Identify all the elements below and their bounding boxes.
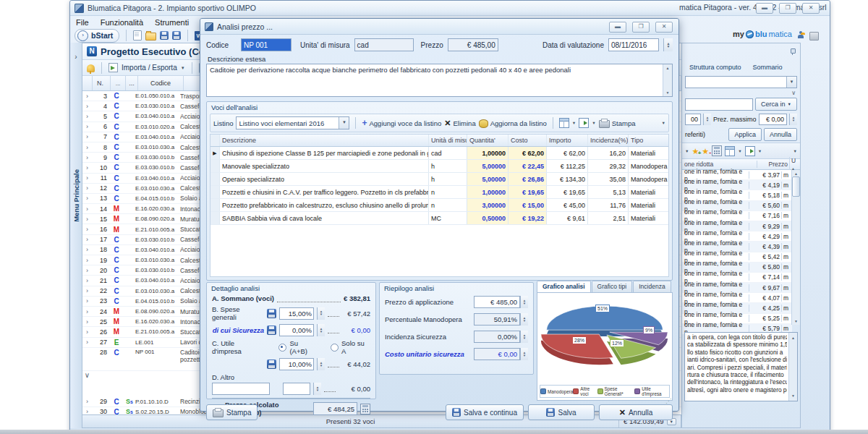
stepper[interactable] — [520, 296, 528, 308]
codice-field[interactable]: NP 001 — [241, 38, 292, 51]
scroll-up-icon[interactable]: ▲ — [666, 66, 670, 70]
save-rate-icon[interactable] — [267, 359, 276, 369]
remove-favorite-icon[interactable]: ★ — [702, 147, 709, 156]
bstart-button[interactable]: › bStart — [75, 29, 119, 43]
column-chooser-icon[interactable] — [559, 118, 569, 128]
chevron-down-icon[interactable]: ▼ — [685, 149, 689, 153]
search-input[interactable] — [685, 98, 753, 111]
main-titlebar[interactable]: Blumatica Pitagora - 2. Impianto sportiv… — [70, 1, 830, 16]
salva-e-continua-button[interactable]: Salva e continua — [446, 404, 524, 420]
scroll-down-icon[interactable]: ▼ — [791, 392, 795, 399]
sicurezza-pct-field[interactable]: 0,00% — [279, 324, 314, 336]
tab-struttura-computo[interactable]: Struttura computo — [685, 62, 746, 72]
column-header-n[interactable]: N. — [93, 76, 111, 90]
stepper[interactable] — [789, 114, 797, 125]
date-dropdown[interactable] — [663, 38, 673, 51]
dialog-close-button[interactable]: ✕ — [655, 22, 673, 33]
dialog-minimize-button[interactable]: ▬ — [609, 22, 626, 33]
close-button[interactable]: ✕ — [802, 3, 820, 14]
listino-combo[interactable]: Listino voci elementari 2016▼ — [236, 116, 349, 129]
column-header-descrizione-ridotta[interactable]: one ridotta — [682, 161, 757, 168]
chevron-down-icon[interactable]: ▼ — [662, 121, 665, 125]
descrizione-estesa-field[interactable]: Caditoie per derivazione raccolta acque … — [206, 64, 673, 97]
column-header-um[interactable]: U ▲ — [789, 157, 800, 171]
radio-solo-su-a[interactable] — [331, 344, 339, 352]
column-header[interactable]: Quantita' — [467, 135, 509, 146]
utile-pct-field[interactable]: 10,00% — [279, 358, 314, 370]
aggiungi-voce-button[interactable]: +Aggiungi voce da listino — [362, 118, 441, 128]
column-header[interactable]: Unità di misura — [429, 135, 467, 146]
column-header[interactable]: Descrizione — [220, 135, 429, 146]
myblumatica-logo[interactable]: my blumatica — [733, 30, 792, 38]
altro-desc-field[interactable] — [212, 383, 270, 395]
table-row[interactable]: Manovale specializzatoh5,00000€ 22,45€ 1… — [210, 160, 668, 173]
um-field[interactable]: cad — [354, 38, 414, 51]
stampa-voci-button[interactable]: Stampa — [599, 118, 636, 128]
scroll-down-icon[interactable]: ▼ — [666, 90, 670, 95]
menu-strumenti[interactable]: Strumenti — [155, 18, 189, 27]
save-rate-icon[interactable] — [267, 326, 276, 335]
stepper[interactable] — [703, 114, 711, 125]
scrollbar[interactable]: ▲▼ — [788, 333, 797, 401]
tab-sommario[interactable]: Sommario — [749, 62, 787, 72]
spese-generali-pct-field[interactable]: 15,00% — [279, 307, 314, 320]
menu-file[interactable]: File — [76, 18, 89, 27]
save-as-icon[interactable] — [172, 31, 181, 40]
table-row[interactable]: Pozzetti e chiusini in C.A.V. per traffi… — [210, 186, 668, 199]
tab-incidenza[interactable]: Incidenza — [633, 281, 671, 292]
data-valutazione-field[interactable]: 08/11/2016 — [608, 38, 659, 51]
prezzo-applicazione-field[interactable]: € 485,00 — [474, 296, 520, 308]
stampa-button[interactable]: Stampa — [206, 404, 258, 420]
table-row[interactable]: Pozzetto prefabbricato in calcestruzzo, … — [210, 199, 668, 212]
key-icon[interactable] — [87, 64, 95, 72]
expand-sidebar-icon[interactable]: › — [75, 53, 77, 61]
stepper[interactable] — [317, 324, 325, 336]
add-favorite-icon[interactable]: ★ — [692, 147, 699, 156]
table-row[interactable]: SABBIA Sabbia viva di cava localeMC0,500… — [210, 212, 668, 225]
cerca-in-button[interactable]: Cerca in ▼ — [755, 98, 797, 111]
column-header-flag1[interactable]: ... — [111, 76, 126, 90]
save-icon[interactable] — [160, 31, 169, 40]
annulla-filtro-button[interactable]: Annulla — [764, 128, 797, 141]
chevron-down-icon[interactable]: ▼ — [793, 149, 797, 153]
scroll-thumb[interactable] — [792, 176, 800, 197]
tab-grafico-tipi[interactable]: Grafico tipi — [592, 281, 633, 292]
annulla-button[interactable]: ✕Annulla — [599, 404, 673, 420]
column-chooser-icon[interactable] — [725, 146, 735, 156]
column-header-flag2[interactable]: ... — [126, 76, 138, 90]
elimina-button[interactable]: ✕Elimina — [444, 119, 475, 128]
table-row[interactable]: ▶Chiusino di ispezione Classe B 125 per … — [210, 147, 668, 160]
applica-button[interactable]: Applica — [728, 128, 762, 141]
importa-esporta-button[interactable]: Importa / Esporta — [122, 64, 177, 72]
voce-description-box[interactable]: a in opera, con lega con titolo di purez… — [684, 332, 798, 401]
dialog-titlebar[interactable]: Analisi prezzo ... ▬ ❐ ✕ — [200, 19, 678, 35]
table-row[interactable]: Operaio specializzatoh5,00000€ 26,86€ 13… — [210, 173, 668, 186]
resize-grip[interactable]: ⋰ — [665, 398, 671, 404]
scrollbar[interactable]: ▲ ▼ — [791, 170, 800, 325]
tab-grafico-analisi[interactable]: Grafico analisi — [537, 281, 591, 292]
struttura-combo[interactable]: ▼ — [685, 76, 797, 88]
prezzo-massimo-field[interactable]: € 0,00 — [759, 114, 787, 125]
export-icon[interactable] — [579, 118, 589, 128]
prezzo-minimo-field[interactable]: 00 — [685, 114, 701, 125]
scroll-up-icon[interactable]: ▲ — [791, 334, 795, 341]
stepper[interactable] — [317, 358, 325, 370]
aggiorna-listino-button[interactable]: Aggiorna da listino — [479, 118, 547, 128]
menu-principale-sidebar[interactable]: › Menu Principale — [70, 43, 82, 428]
pin-icon[interactable] — [789, 48, 796, 55]
export-icon[interactable] — [745, 146, 755, 156]
column-header-codice[interactable]: Codice — [138, 76, 184, 90]
column-header[interactable]: Incidenza(%) — [588, 135, 629, 146]
stepper[interactable] — [317, 307, 325, 320]
open-folder-icon[interactable] — [145, 33, 156, 41]
basket-icon[interactable] — [809, 32, 819, 41]
column-header[interactable]: Importo — [547, 135, 588, 146]
altro-pct-field[interactable] — [283, 383, 310, 395]
new-document-icon[interactable] — [133, 30, 142, 41]
column-header[interactable] — [82, 76, 93, 90]
dialog-maximize-button[interactable]: ❐ — [632, 22, 650, 33]
menu-funzionalita[interactable]: Funzionalità — [101, 18, 143, 27]
salva-button[interactable]: Salva — [528, 404, 595, 420]
column-header-prezzo[interactable]: Prezzo — [757, 161, 789, 168]
stepper[interactable] — [313, 383, 321, 395]
